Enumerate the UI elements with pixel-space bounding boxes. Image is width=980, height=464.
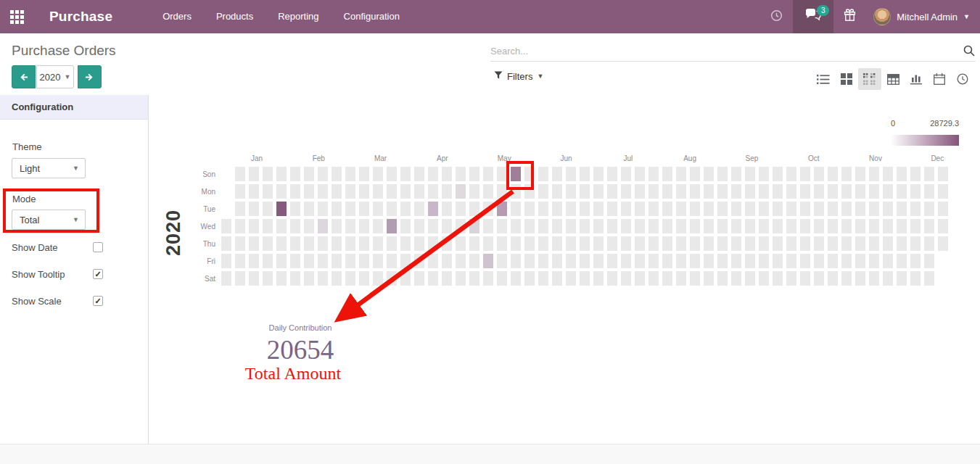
heatmap-cell[interactable] bbox=[511, 219, 521, 233]
heatmap-cell[interactable] bbox=[290, 167, 300, 181]
heatmap-cell[interactable] bbox=[304, 254, 314, 268]
show-tooltip-checkbox[interactable]: ✓ bbox=[93, 269, 103, 279]
heatmap-cell[interactable] bbox=[897, 202, 907, 216]
heatmap-cell[interactable] bbox=[318, 271, 328, 286]
heatmap-cell[interactable] bbox=[662, 271, 672, 286]
heatmap-cell[interactable] bbox=[910, 167, 921, 181]
heatmap-cell[interactable] bbox=[607, 219, 617, 233]
mode-select[interactable]: Total ▼ bbox=[12, 210, 86, 230]
heatmap-cell[interactable] bbox=[483, 271, 493, 286]
heatmap-cell[interactable] bbox=[538, 271, 548, 286]
heatmap-cell[interactable] bbox=[800, 254, 810, 268]
view-graph-button[interactable] bbox=[905, 68, 928, 90]
heatmap-cell[interactable] bbox=[511, 202, 521, 216]
heatmap-cell[interactable] bbox=[332, 254, 342, 268]
heatmap-cell[interactable] bbox=[897, 219, 907, 233]
heatmap-cell[interactable] bbox=[731, 254, 741, 268]
heatmap-cell[interactable] bbox=[855, 271, 865, 286]
heatmap-cell[interactable] bbox=[593, 184, 604, 199]
heatmap-cell[interactable] bbox=[731, 219, 741, 233]
heatmap-cell[interactable] bbox=[814, 184, 824, 199]
heatmap-cell[interactable] bbox=[786, 184, 796, 199]
heatmap-cell[interactable] bbox=[814, 254, 824, 268]
heatmap-cell[interactable] bbox=[497, 184, 507, 199]
heatmap-cell[interactable] bbox=[924, 271, 934, 286]
heatmap-cell[interactable] bbox=[497, 219, 507, 233]
heatmap-cell[interactable] bbox=[828, 184, 838, 199]
heatmap-cell[interactable] bbox=[332, 236, 342, 251]
heatmap-cell[interactable] bbox=[593, 271, 604, 286]
heatmap-cell[interactable] bbox=[442, 236, 452, 251]
heatmap-cell[interactable] bbox=[345, 184, 355, 199]
heatmap-cell[interactable] bbox=[635, 167, 645, 181]
heatmap-cell-tue-w20[interactable] bbox=[497, 202, 507, 216]
heatmap-cell[interactable] bbox=[717, 167, 728, 181]
heatmap-cell[interactable] bbox=[373, 236, 383, 251]
heatmap-cell[interactable] bbox=[773, 271, 783, 286]
heatmap-cell[interactable] bbox=[759, 202, 769, 216]
heatmap-cell[interactable] bbox=[414, 184, 424, 199]
heatmap-cell[interactable] bbox=[607, 254, 617, 268]
heatmap-cell[interactable] bbox=[318, 254, 328, 268]
show-scale-checkbox[interactable]: ✓ bbox=[93, 296, 103, 306]
heatmap-cell[interactable] bbox=[566, 202, 576, 216]
heatmap-cell[interactable] bbox=[607, 167, 617, 181]
heatmap-cell[interactable] bbox=[332, 167, 342, 181]
heatmap-cell[interactable] bbox=[828, 219, 838, 233]
heatmap-cell[interactable] bbox=[373, 219, 383, 233]
view-kanban-button[interactable] bbox=[835, 68, 858, 90]
heatmap-cell[interactable] bbox=[304, 219, 314, 233]
heatmap-cell[interactable] bbox=[469, 236, 479, 251]
heatmap-cell[interactable] bbox=[910, 202, 921, 216]
previous-year-button[interactable] bbox=[12, 65, 36, 88]
heatmap-cell[interactable] bbox=[276, 167, 287, 181]
heatmap-cell[interactable] bbox=[345, 202, 355, 216]
heatmap-cell[interactable] bbox=[855, 236, 865, 251]
heatmap-cell[interactable] bbox=[290, 236, 300, 251]
heatmap-cell[interactable] bbox=[607, 202, 617, 216]
heatmap-cell[interactable] bbox=[883, 219, 893, 233]
heatmap-cell[interactable] bbox=[428, 184, 438, 199]
heatmap-cell[interactable] bbox=[456, 254, 466, 268]
heatmap-cell[interactable] bbox=[814, 202, 824, 216]
heatmap-cell[interactable] bbox=[263, 271, 273, 286]
heatmap-cell[interactable] bbox=[690, 271, 700, 286]
filters-dropdown[interactable]: Filters ▼ bbox=[494, 71, 543, 82]
heatmap-cell[interactable] bbox=[235, 202, 245, 216]
heatmap-cell[interactable] bbox=[635, 271, 645, 286]
heatmap-cell[interactable] bbox=[607, 236, 617, 251]
heatmap-cell[interactable] bbox=[249, 236, 259, 251]
heatmap-cell[interactable] bbox=[345, 254, 355, 268]
heatmap-cell[interactable] bbox=[924, 219, 934, 233]
heatmap-cell[interactable] bbox=[290, 254, 300, 268]
heatmap-cell[interactable] bbox=[552, 219, 562, 233]
heatmap-cell[interactable] bbox=[538, 167, 548, 181]
heatmap-cell[interactable] bbox=[359, 271, 369, 286]
heatmap-cell[interactable] bbox=[897, 271, 907, 286]
heatmap-cell[interactable] bbox=[841, 219, 852, 233]
heatmap-cell[interactable] bbox=[373, 167, 383, 181]
heatmap-cell[interactable] bbox=[897, 254, 907, 268]
heatmap-cell[interactable] bbox=[648, 219, 659, 233]
heatmap-cell[interactable] bbox=[759, 184, 769, 199]
heatmap-cell[interactable] bbox=[414, 219, 424, 233]
heatmap-cell[interactable] bbox=[814, 236, 824, 251]
user-menu[interactable]: Mitchell Admin ▼ bbox=[866, 0, 980, 33]
heatmap-cell[interactable] bbox=[511, 254, 521, 268]
heatmap-cell[interactable] bbox=[855, 167, 865, 181]
heatmap-cell[interactable] bbox=[221, 219, 231, 233]
heatmap-cell[interactable] bbox=[690, 236, 700, 251]
heatmap-cell[interactable] bbox=[428, 167, 438, 181]
heatmap-cell[interactable] bbox=[593, 219, 604, 233]
heatmap-cell[interactable] bbox=[263, 236, 273, 251]
heatmap-cell[interactable] bbox=[524, 236, 535, 251]
heatmap-cell[interactable] bbox=[304, 202, 314, 216]
heatmap-cell[interactable] bbox=[469, 254, 479, 268]
heatmap-cell[interactable] bbox=[704, 184, 714, 199]
heatmap-cell[interactable] bbox=[552, 202, 562, 216]
theme-select[interactable]: Light ▼ bbox=[12, 158, 86, 178]
heatmap-cell[interactable] bbox=[635, 236, 645, 251]
heatmap-cell[interactable] bbox=[621, 184, 631, 199]
heatmap-cell[interactable] bbox=[524, 254, 535, 268]
heatmap-cell[interactable] bbox=[566, 184, 576, 199]
